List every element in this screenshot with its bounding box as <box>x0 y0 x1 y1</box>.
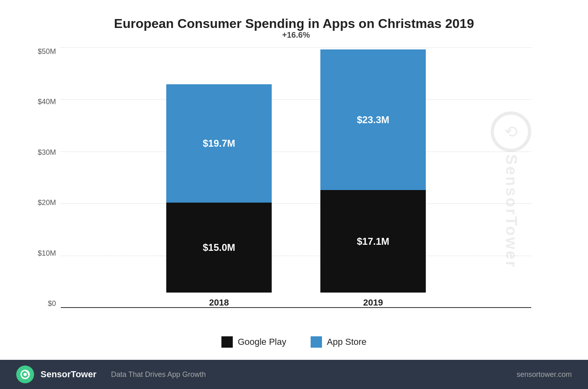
legend-label-app-store: App Store <box>327 337 367 347</box>
legend-label-google-play: Google Play <box>238 337 286 347</box>
legend-item-app-store: App Store <box>311 336 367 348</box>
legend-box-app-store <box>311 336 322 348</box>
legend: Google Play App Store <box>32 336 556 348</box>
chart-plot: $15.0M $19.7M 2018 +16.6% <box>61 47 556 332</box>
chart-area: $50M $40M $30M $20M $10M $0 <box>32 47 556 332</box>
bar-2018-google-play: $15.0M <box>166 203 272 293</box>
x-label-2018: 2018 <box>209 297 229 308</box>
bar-2019-google-play: $17.1M <box>320 190 426 293</box>
stacked-bar-2018: $15.0M $19.7M <box>166 84 272 293</box>
chart-title: European Consumer Spending in Apps on Ch… <box>32 16 556 31</box>
y-label-40m: $40M <box>38 98 56 106</box>
footer-brand: SensorTower <box>41 369 97 380</box>
bar-2019-google-play-label: $17.1M <box>357 236 389 247</box>
y-label-20m: $20M <box>38 199 56 207</box>
footer: SensorTower Data That Drives App Growth … <box>0 360 588 389</box>
watermark: ⟲ SensorTower <box>491 111 531 269</box>
bar-2019-app-store: $23.3M <box>320 49 426 190</box>
svg-point-5 <box>24 373 27 376</box>
growth-label-total-top: +16.6% <box>282 30 310 40</box>
footer-left: SensorTower Data That Drives App Growth <box>16 365 206 383</box>
bar-2018-app-store-label: $19.7M <box>203 138 235 149</box>
bar-2018-app-store: $19.7M <box>166 84 272 203</box>
bar-group-2019: +16.6% $17.1M $23.3M 2019 <box>320 49 426 308</box>
bars-area: $15.0M $19.7M 2018 +16.6% <box>61 47 531 308</box>
y-label-10m: $10M <box>38 249 56 258</box>
legend-item-google-play: Google Play <box>221 336 286 348</box>
watermark-text: SensorTower <box>502 154 520 269</box>
bar-group-2018: $15.0M $19.7M 2018 <box>166 84 272 308</box>
y-label-30m: $30M <box>38 148 56 157</box>
chart-container: European Consumer Spending in Apps on Ch… <box>0 0 588 389</box>
bar-2018-google-play-label: $15.0M <box>203 242 235 253</box>
y-axis: $50M $40M $30M $20M $10M $0 <box>32 47 61 332</box>
watermark-icon: ⟲ <box>491 111 531 152</box>
legend-box-google-play <box>221 336 233 348</box>
footer-tagline: Data That Drives App Growth <box>111 370 206 379</box>
bar-2019-app-store-label: $23.3M <box>357 114 389 126</box>
footer-url: sensortower.com <box>517 370 572 379</box>
y-label-50m: $50M <box>38 47 56 56</box>
x-label-2019: 2019 <box>363 297 383 308</box>
stacked-bar-2019: $17.1M $23.3M <box>320 49 426 293</box>
y-label-0: $0 <box>48 299 56 308</box>
chart-main: European Consumer Spending in Apps on Ch… <box>0 0 588 360</box>
footer-logo <box>16 365 34 383</box>
